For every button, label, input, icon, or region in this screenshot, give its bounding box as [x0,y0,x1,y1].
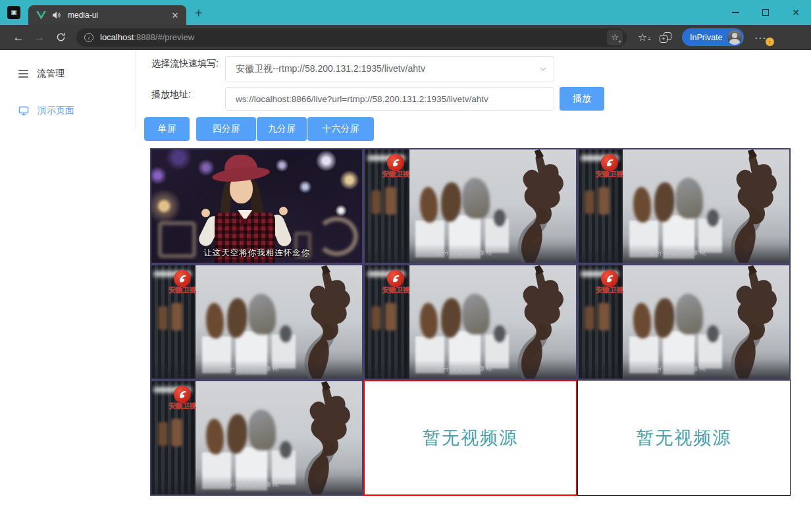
sidebar-item-demo-page[interactable]: 演示页面 [0,92,136,129]
framed-art [385,187,396,215]
framed-art [598,187,610,215]
main-content: 选择流快速填写: 安徽卫视--rtmp://58.200.131.2:1935/… [136,50,811,532]
anhui-tv-logo-icon [601,270,618,287]
video-watermark: 你分得是用站像规 [365,248,563,257]
back-button[interactable]: ← [8,28,29,47]
sidebar: 流管理 演示页面 [0,50,136,532]
singer-video-frame: 让这天空将你我相连怀念你 [151,149,362,263]
blurred-sculpture [462,178,490,219]
framed-art [585,190,594,214]
play-address-row: 播放地址: 播放 [151,87,811,111]
framed-art [158,306,168,330]
channel-name: 安徽卫视 [382,170,409,179]
framed-art [598,303,610,331]
workspace-app-icon[interactable]: ▣ [7,6,20,19]
video-cell-2[interactable]: 安徽卫视 你分得是用站像规 [363,148,577,264]
maximize-icon [762,9,769,16]
screen-layout-buttons: 单屏 四分屏 九分屏 十六分屏 [144,117,811,141]
framed-art [171,303,182,331]
channel-name: 安徽卫视 [382,286,409,295]
sculpture-video-frame: 安徽卫视 你分得是用站像规 [579,265,789,379]
video-cell-7[interactable]: 安徽卫视 你分得是用站像规 [150,380,363,496]
sculpture-video-frame: 安徽卫视 你分得是用站像规 [365,149,575,263]
play-button[interactable]: 播放 [560,87,604,111]
single-screen-button[interactable]: 单屏 [144,117,190,141]
video-watermark: 你分得是用站像规 [151,480,350,489]
framed-art [585,306,594,330]
notification-badge: ↑ [766,38,774,46]
site-info-icon[interactable]: i [84,33,93,42]
dots-icon: ··· [754,32,766,43]
player-grid: 让这天空将你我相连怀念你 [150,148,791,496]
channel-name: 安徽卫视 [596,170,623,179]
framed-art [158,422,168,446]
channel-name: 安徽卫视 [169,402,196,411]
channel-name: 安徽卫视 [169,286,196,295]
refresh-button[interactable] [50,28,71,47]
favorites-button[interactable]: ☆≡ [636,31,649,43]
sixteen-split-button[interactable]: 十六分屏 [307,117,374,141]
video-cell-8[interactable]: 暂无视频源 [363,380,577,496]
anhui-tv-logo-icon [387,270,404,287]
refresh-icon [56,32,66,42]
sidebar-item-stream-management[interactable]: 流管理 [0,55,136,92]
anhui-tv-logo: 安徽卫视 [382,154,409,179]
no-video-source-text: 暂无视频源 [423,426,518,450]
avatar [727,30,742,45]
anhui-tv-logo: 安徽卫视 [596,270,623,295]
split-screen-button-group: 四分屏 九分屏 十六分屏 [196,117,374,141]
stream-select-row: 选择流快速填写: 安徽卫视--rtmp://58.200.131.2:1935/… [151,56,811,82]
add-favorite-button[interactable]: ☆+ [607,30,623,45]
tab-close-icon[interactable]: ✕ [169,9,181,21]
settings-menu-button[interactable]: ···↑ [754,32,772,43]
anhui-tv-logo-icon [174,386,191,403]
vue-favicon-icon [36,11,46,20]
framed-art [371,306,381,330]
play-address-input[interactable] [225,87,554,111]
stream-select-label: 选择流快速填写: [151,56,225,82]
stream-select[interactable]: 安徽卫视--rtmp://58.200.131.2:1935/livetv/ah… [225,56,554,82]
video-cell-1[interactable]: 让这天空将你我相连怀念你 [150,148,363,264]
url-host: localhost [100,32,134,42]
anhui-tv-logo-icon [601,154,618,171]
anhui-tv-logo: 安徽卫视 [596,154,623,179]
tab-title: media-ui [68,11,169,20]
framed-art [371,190,381,214]
maximize-button[interactable] [750,0,781,25]
stream-select-value: 安徽卫视--rtmp://58.200.131.2:1935/livetv/ah… [236,63,425,75]
close-icon: ✕ [792,7,800,18]
video-subtitle: 让这天空将你我相连怀念你 [151,248,362,259]
url-text[interactable]: localhost:8888/#/preview [100,32,607,42]
video-cell-3[interactable]: 安徽卫视 你分得是用站像规 [577,148,791,264]
framed-art [171,419,182,446]
close-button[interactable]: ✕ [781,0,811,25]
four-split-button[interactable]: 四分屏 [196,117,256,141]
video-cell-5[interactable]: 安徽卫视 你分得是用站像规 [363,264,577,380]
new-tab-button[interactable]: ＋ [192,6,205,19]
minimize-button[interactable] [720,0,750,25]
blurred-sculpture [420,187,438,223]
window-titlebar: ▣ media-ui ✕ ＋ ✕ [0,0,811,25]
nine-split-button[interactable]: 九分屏 [257,117,307,141]
video-watermark: 你分得是用站像规 [151,364,350,373]
favorites-star-icon: ☆ [638,32,647,43]
minimize-icon [732,12,739,13]
address-bar[interactable]: i localhost:8888/#/preview ☆+ [76,28,627,47]
collections-button[interactable]: + [660,32,671,43]
star-icon: ☆ [611,32,619,42]
sculpture-video-frame: 安徽卫视 你分得是用站像规 [151,265,362,379]
browser-tab[interactable]: media-ui ✕ [28,5,186,25]
profile-button[interactable]: InPrivate [682,28,744,46]
video-cell-9[interactable]: 暂无视频源 [577,380,791,496]
video-cell-4[interactable]: 安徽卫视 你分得是用站像规 [150,264,363,380]
tab-audio-icon[interactable] [52,11,61,19]
channel-name: 安徽卫视 [596,286,623,295]
favorites-lines-icon: ≡ [648,36,651,42]
anhui-tv-logo: 安徽卫视 [169,386,196,411]
framed-art [385,303,396,331]
anhui-tv-logo: 安徽卫视 [169,270,196,295]
video-cell-6[interactable]: 安徽卫视 你分得是用站像规 [577,264,791,380]
video-watermark: 你分得是用站像规 [365,364,563,373]
inprivate-label: InPrivate [690,33,722,42]
toolbar-right-icons: ☆≡ + InPrivate ···↑ [636,28,772,46]
